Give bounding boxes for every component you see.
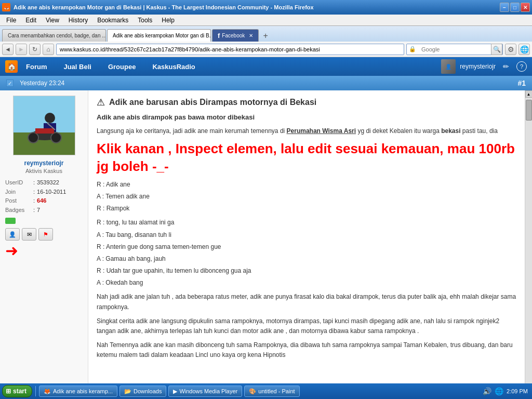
paint-icon: 🎨 bbox=[249, 388, 256, 395]
tab-0[interactable]: Cara menambahkan cendol, badge, dan ... … bbox=[2, 29, 106, 42]
media-player-icon: ▶ bbox=[173, 388, 177, 395]
addon-button[interactable]: 🌐 bbox=[518, 44, 530, 55]
new-tab-button[interactable]: + bbox=[260, 30, 271, 42]
start-label: start bbox=[13, 388, 26, 395]
taskbar-item-2-label: Windows Media Player bbox=[179, 388, 237, 394]
conv-r3: R : tong, lu tau alamat ini ga bbox=[97, 218, 516, 228]
title-bar: 🦊 Adik ane abis kerampokan Motor gan di … bbox=[0, 0, 532, 15]
thread-checkbox[interactable]: ✓ bbox=[6, 79, 14, 87]
settings-button[interactable]: ⚙ bbox=[505, 44, 516, 55]
paragraph4: Nah Temennya adik ane kan masih diboncen… bbox=[97, 340, 516, 360]
username: reymysteriojr bbox=[5, 159, 83, 167]
clock: 2:09 PM bbox=[507, 388, 528, 394]
conv-r2: R : Rampok bbox=[97, 204, 516, 214]
search-button[interactable]: 🔍 bbox=[491, 44, 502, 55]
content-area: reymysteriojr Aktivis Kaskus UserID : 35… bbox=[0, 90, 532, 398]
post-subtitle: Adik ane abis dirampok pas bawa motor di… bbox=[97, 113, 516, 121]
taskbar-item-1-label: Downloads bbox=[134, 388, 162, 394]
firefox-icon: 🦊 bbox=[2, 3, 10, 11]
taskbar: ⊞ start 🦊 Adik ane abis keramp... 📂 Down… bbox=[0, 383, 532, 399]
help-icon[interactable]: ? bbox=[516, 61, 527, 72]
conversation: R : Adik ane A : Temen adik ane R : Ramp… bbox=[97, 180, 516, 214]
join-label: Join bbox=[5, 188, 31, 197]
thread-header: ✓ Yesterday 23:24 #1 bbox=[0, 76, 532, 90]
taskbar-item-3-label: untitled - Paint bbox=[258, 388, 295, 394]
badges-row bbox=[5, 218, 83, 224]
conversation2: R : tong, lu tau alamat ini ga A : Tau b… bbox=[97, 218, 516, 288]
menu-file[interactable]: File bbox=[2, 16, 20, 25]
windows-logo: ⊞ bbox=[6, 388, 11, 395]
tab-2[interactable]: f Facebook ✕ bbox=[212, 29, 259, 42]
menu-bar: File Edit View History Bookmarks Tools H… bbox=[0, 15, 532, 26]
downloads-icon: 📂 bbox=[124, 388, 131, 395]
conv-r1: R : Adik ane bbox=[97, 180, 516, 190]
post-content: ⚠ Adik ane barusan abis Dirampas motorny… bbox=[88, 90, 525, 398]
menu-history[interactable]: History bbox=[64, 16, 92, 25]
paragraph2: Nah jadi adik ane jalan tuh , ada bebera… bbox=[97, 292, 516, 312]
tab-bar: Cara menambahkan cendol, badge, dan ... … bbox=[0, 26, 532, 42]
taskbar-item-0[interactable]: 🦊 Adik ane abis keramp... bbox=[39, 385, 117, 397]
forward-button[interactable]: ► bbox=[16, 44, 27, 55]
home-button[interactable]: ⌂ bbox=[43, 44, 54, 55]
refresh-button[interactable]: ↻ bbox=[29, 44, 41, 55]
kaskus-home-icon[interactable]: 🏠 bbox=[5, 60, 18, 73]
tab-2-close[interactable]: ✕ bbox=[249, 33, 253, 38]
user-stats: UserID : 3539322 Join : 16-10-2011 Post … bbox=[5, 178, 83, 215]
post-val: 646 bbox=[37, 196, 46, 206]
nav-kaskusradio[interactable]: KaskusRadio bbox=[144, 60, 203, 74]
svg-rect-7 bbox=[35, 128, 54, 134]
overlay-annotation: Klik kanan , Inspect elemen, lalu edit s… bbox=[97, 140, 516, 176]
speaker-icon: 🔊 bbox=[483, 387, 491, 395]
scrollbar[interactable]: ▲ bbox=[525, 90, 532, 398]
address-input[interactable] bbox=[56, 44, 404, 55]
conv-a1: A : Temen adik ane bbox=[97, 192, 516, 202]
menu-bookmarks[interactable]: Bookmarks bbox=[93, 16, 132, 25]
scroll-thumb[interactable] bbox=[526, 100, 532, 121]
user-panel: reymysteriojr Aktivis Kaskus UserID : 35… bbox=[0, 90, 88, 398]
conv-r4: R : Anterin gue dong sama temen-temen gu… bbox=[97, 242, 516, 252]
menu-help[interactable]: Help bbox=[157, 16, 179, 25]
profile-button[interactable]: 👤 bbox=[5, 228, 20, 241]
badges-val: 7 bbox=[37, 206, 40, 215]
search-input[interactable] bbox=[418, 44, 491, 55]
report-button[interactable]: ⚑ bbox=[38, 228, 53, 241]
taskbar-separator bbox=[35, 386, 36, 396]
nav-groupee[interactable]: Groupee bbox=[100, 60, 144, 74]
start-button[interactable]: ⊞ start bbox=[2, 385, 32, 397]
svg-point-6 bbox=[51, 132, 61, 143]
nav-forum[interactable]: Forum bbox=[18, 60, 55, 74]
userid-label: UserID bbox=[5, 178, 31, 188]
address-bar: ◄ ► ↻ ⌂ 🔒 🔍 ⚙ 🌐 bbox=[0, 42, 532, 57]
edit-icon[interactable]: ✏ bbox=[500, 60, 512, 73]
user-role: Aktivis Kaskus bbox=[5, 168, 83, 174]
menu-edit[interactable]: Edit bbox=[21, 16, 41, 25]
user-avatar bbox=[13, 96, 75, 155]
tab-1-label: Adik ane abis kerampokan Motor gan di B.… bbox=[113, 33, 211, 38]
tab-1[interactable]: Adik ane abis kerampokan Motor gan di B.… bbox=[107, 29, 211, 42]
taskbar-item-2[interactable]: ▶ Windows Media Player bbox=[168, 385, 242, 397]
close-button[interactable]: ✕ bbox=[521, 3, 530, 12]
badges-label: Badges bbox=[5, 206, 31, 215]
taskbar-right: 🔊 🌐 2:09 PM bbox=[483, 387, 530, 395]
paragraph1: Langsung aja ke ceritanya, jadi adik ane… bbox=[97, 126, 516, 136]
scroll-up[interactable]: ▲ bbox=[525, 90, 533, 98]
message-button[interactable]: ✉ bbox=[22, 228, 36, 241]
taskbar-item-0-label: Adik ane abis keramp... bbox=[53, 388, 113, 394]
join-val: 16-10-2011 bbox=[37, 188, 66, 197]
menu-tools[interactable]: Tools bbox=[134, 16, 156, 25]
taskbar-item-1[interactable]: 📂 Downloads bbox=[119, 385, 166, 397]
minimize-button[interactable]: − bbox=[500, 3, 509, 12]
tab-2-label: Facebook bbox=[222, 33, 245, 38]
post-label: Post bbox=[5, 196, 31, 206]
firefox-taskbar-icon: 🦊 bbox=[44, 388, 51, 395]
maximize-button[interactable]: □ bbox=[510, 3, 520, 12]
taskbar-item-3[interactable]: 🎨 untitled - Paint bbox=[244, 385, 299, 397]
post-title: Adik ane barusan abis Dirampas motornya … bbox=[109, 98, 316, 107]
back-button[interactable]: ◄ bbox=[2, 44, 14, 55]
conv-a4: A : Gamau ah bang, jauh bbox=[97, 254, 516, 264]
nav-username: reymysteriojr bbox=[460, 63, 496, 70]
badge-green bbox=[5, 218, 16, 224]
nav-jualbeli[interactable]: Jual Beli bbox=[55, 60, 99, 74]
user-avatar-nav: 👤 bbox=[441, 59, 456, 74]
menu-view[interactable]: View bbox=[42, 16, 63, 25]
